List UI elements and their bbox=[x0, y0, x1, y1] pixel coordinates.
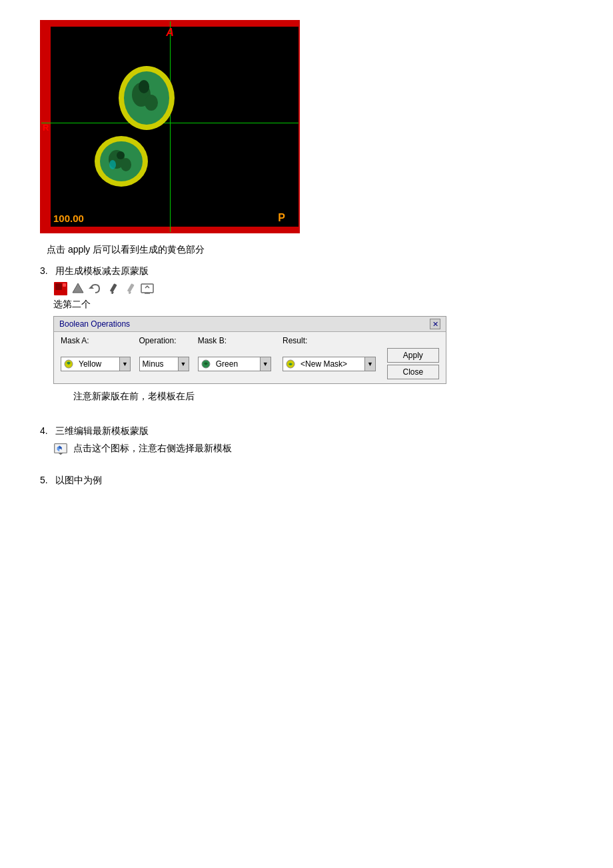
list-number-5: 5. bbox=[40, 475, 48, 485]
close-button[interactable]: Close bbox=[387, 365, 439, 379]
list-item-5-header: 5. 以图中为例 bbox=[40, 475, 573, 487]
item4-content: 点击这个图标，注意右侧选择最新模板 bbox=[53, 441, 573, 459]
list-item-3-header: 3. 用生成模板减去原蒙版 bbox=[40, 265, 573, 277]
label-r: R bbox=[43, 123, 49, 133]
mask-a-icon bbox=[63, 359, 74, 369]
list-item-4-header: 4. 三维编辑最新模板蒙版 bbox=[40, 425, 573, 437]
dialog-titlebar: Boolean Operations ✕ bbox=[54, 317, 446, 332]
svg-point-8 bbox=[121, 158, 131, 171]
result-icon bbox=[285, 359, 296, 369]
pencil-icon-2[interactable] bbox=[123, 281, 137, 296]
mask-b-label: Mask B: bbox=[198, 336, 227, 345]
list-item-3-label: 用生成模板减去原蒙版 bbox=[55, 265, 149, 276]
svg-marker-15 bbox=[89, 286, 94, 289]
svg-rect-12 bbox=[55, 283, 62, 290]
operation-select[interactable]: Minus ▼ bbox=[139, 357, 189, 371]
ruler-top bbox=[51, 21, 299, 27]
undo-icon[interactable] bbox=[88, 281, 103, 296]
svg-marker-14 bbox=[73, 283, 83, 293]
svg-rect-16 bbox=[110, 283, 117, 293]
svg-point-10 bbox=[109, 160, 116, 169]
mask-a-label: Mask A: bbox=[61, 336, 89, 345]
number-label: 100.00 bbox=[53, 213, 84, 224]
result-dropdown-arrow[interactable]: ▼ bbox=[364, 357, 375, 371]
mask-a-value: Yellow bbox=[76, 359, 119, 369]
list-item-4: 4. 三维编辑最新模板蒙版 点击这个图标，注意右侧选择最新模板 bbox=[40, 425, 573, 459]
3d-edit-icon[interactable] bbox=[53, 441, 68, 456]
apply-button[interactable]: Apply bbox=[387, 348, 439, 363]
boolean-operations-dialog: Boolean Operations ✕ Mask A: Operation: … bbox=[53, 316, 446, 384]
list-item-4-label: 三维编辑最新模板蒙版 bbox=[55, 425, 149, 436]
list-item-5-label: 以图中为例 bbox=[55, 475, 102, 485]
svg-point-9 bbox=[117, 151, 125, 159]
dialog-labels-row: Mask A: Operation: Mask B: Result: bbox=[61, 336, 439, 345]
label-p: P bbox=[278, 212, 285, 224]
toolbar-icons bbox=[53, 281, 573, 296]
dialog-title: Boolean Operations bbox=[59, 319, 130, 329]
mask-a-select[interactable]: Yellow ▼ bbox=[61, 357, 131, 371]
label-a: A bbox=[166, 27, 174, 39]
item4-icon-row: 点击这个图标，注意右侧选择最新模板 bbox=[53, 441, 573, 456]
operation-dropdown-arrow[interactable]: ▼ bbox=[178, 357, 189, 371]
mask-b-dropdown-arrow[interactable]: ▼ bbox=[260, 357, 271, 371]
svg-rect-13 bbox=[63, 283, 66, 287]
mask-tool-icon[interactable] bbox=[53, 281, 68, 296]
arrow-up-icon[interactable] bbox=[71, 281, 85, 296]
svg-point-3 bbox=[145, 95, 158, 111]
operation-value: Minus bbox=[140, 359, 178, 369]
svg-marker-17 bbox=[111, 292, 114, 294]
dialog-body: Mask A: Operation: Mask B: Result: bbox=[54, 332, 446, 383]
select-second-label: 选第二个 bbox=[53, 299, 573, 311]
svg-point-4 bbox=[139, 80, 149, 93]
mask-b-value: Green bbox=[213, 359, 260, 369]
list-item-5: 5. 以图中为例 bbox=[40, 475, 573, 491]
organ-blob-lower bbox=[91, 131, 151, 191]
note-text: 注意新蒙版在前，老模板在后 bbox=[73, 391, 573, 403]
page-content: A P R 100.00 点击 apply bbox=[40, 20, 573, 500]
dialog-close-btn[interactable]: ✕ bbox=[430, 319, 440, 329]
image-viewer: A P R 100.00 bbox=[40, 20, 300, 233]
apply-caption: 点击 apply 后可以看到生成的黄色部分 bbox=[47, 244, 573, 256]
result-value: <New Mask> bbox=[298, 359, 364, 369]
operation-label: Operation: bbox=[139, 336, 177, 345]
pencil-icon-1[interactable] bbox=[105, 281, 120, 296]
organ-blob-upper bbox=[115, 61, 178, 135]
mask-b-icon bbox=[201, 359, 211, 369]
list-number-3: 3. bbox=[40, 265, 48, 276]
list-item-3: 3. 用生成模板减去原蒙版 bbox=[40, 265, 573, 409]
dialog-controls-row: Yellow ▼ Minus ▼ bbox=[61, 348, 439, 379]
list-number-4: 4. bbox=[40, 425, 48, 436]
svg-marker-19 bbox=[128, 292, 131, 294]
svg-marker-28 bbox=[58, 453, 63, 455]
item4-note: 点击这个图标，注意右侧选择最新模板 bbox=[73, 443, 232, 455]
result-label: Result: bbox=[283, 336, 307, 345]
ruler-bottom bbox=[51, 227, 299, 232]
screen-edit-icon[interactable] bbox=[140, 281, 155, 296]
mask-a-dropdown-arrow[interactable]: ▼ bbox=[119, 357, 130, 371]
result-select[interactable]: <New Mask> ▼ bbox=[283, 357, 376, 371]
svg-rect-18 bbox=[127, 283, 135, 293]
mask-b-select[interactable]: Green ▼ bbox=[198, 357, 271, 371]
